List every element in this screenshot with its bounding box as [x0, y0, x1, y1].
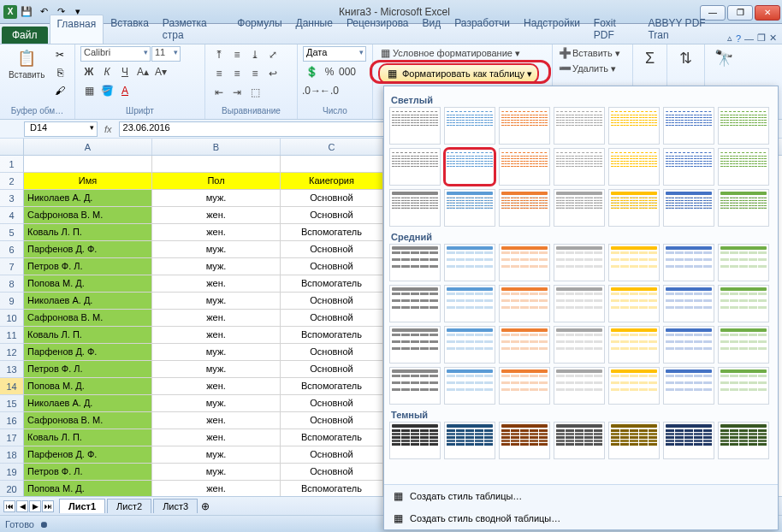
italic-button[interactable]: К: [98, 63, 116, 80]
doc-max-icon[interactable]: ❐: [757, 33, 766, 44]
ribbon-tab-8[interactable]: Надстройки: [517, 15, 587, 44]
table-style-thumb[interactable]: [389, 285, 441, 322]
table-style-thumb[interactable]: [608, 326, 660, 364]
cell[interactable]: Парфенов Д. Ф.: [24, 344, 152, 361]
table-style-thumb[interactable]: [444, 189, 495, 227]
table-style-thumb[interactable]: [499, 285, 550, 322]
ribbon-tab-4[interactable]: Данные: [289, 15, 340, 44]
ribbon-minimize-icon[interactable]: ▵: [727, 33, 732, 44]
cell[interactable]: муж.: [152, 241, 281, 258]
percent-icon[interactable]: %: [321, 63, 338, 80]
new-pivot-style[interactable]: ▦ Создать стиль сводной таблицы…: [384, 507, 778, 529]
align-left-icon[interactable]: ≡: [210, 65, 228, 82]
cell[interactable]: Николаев А. Д.: [24, 293, 152, 310]
cell[interactable]: Попова М. Д.: [24, 378, 152, 395]
row-header[interactable]: 11: [0, 327, 24, 344]
delete-cells-button[interactable]: ➖ Удалить ▾: [558, 62, 616, 75]
table-style-thumb[interactable]: [499, 422, 550, 459]
row-header[interactable]: 19: [0, 464, 24, 481]
table-style-thumb[interactable]: [389, 107, 441, 145]
row-header[interactable]: 10: [0, 310, 24, 327]
cell[interactable]: Попова М. Д.: [24, 481, 152, 496]
cell[interactable]: Основной: [281, 412, 383, 429]
cell[interactable]: Коваль Л. П.: [24, 429, 152, 446]
cell[interactable]: Коваль Л. П.: [24, 224, 152, 241]
cell[interactable]: жен.: [152, 429, 281, 446]
table-style-thumb[interactable]: [663, 107, 714, 145]
table-style-thumb[interactable]: [389, 244, 441, 281]
table-style-thumb[interactable]: [389, 189, 441, 227]
row-header[interactable]: 18: [0, 446, 24, 464]
table-style-thumb[interactable]: [718, 107, 769, 145]
cell[interactable]: жен.: [152, 224, 281, 241]
table-style-thumb[interactable]: [554, 326, 605, 364]
cell[interactable]: Попова М. Д.: [24, 275, 152, 293]
table-style-thumb[interactable]: [608, 244, 660, 281]
table-style-thumb[interactable]: [444, 367, 495, 405]
cell[interactable]: Основной: [281, 464, 383, 481]
table-style-thumb[interactable]: [499, 107, 550, 145]
cell[interactable]: Петров Ф. Л.: [24, 361, 152, 378]
autosum-button[interactable]: Σ: [638, 46, 661, 70]
align-right-icon[interactable]: ≡: [246, 65, 264, 82]
align-center-icon[interactable]: ≡: [228, 65, 246, 82]
comma-icon[interactable]: 000: [339, 63, 356, 80]
sheet-tab[interactable]: Лист2: [107, 499, 151, 513]
tab-nav-last[interactable]: ⏭: [42, 500, 54, 512]
cell[interactable]: жен.: [152, 481, 281, 496]
table-style-thumb[interactable]: [608, 422, 660, 459]
conditional-format-button[interactable]: ▦ Условное форматирование ▾: [378, 46, 520, 60]
font-shrink-icon[interactable]: A▾: [152, 63, 169, 80]
table-style-thumb[interactable]: [444, 326, 495, 364]
cell[interactable]: Основной: [281, 395, 383, 412]
sheet-tab[interactable]: Лист1: [59, 499, 105, 513]
cell[interactable]: жен.: [152, 275, 281, 293]
sheet-tab[interactable]: Лист3: [153, 499, 198, 513]
table-style-thumb[interactable]: [554, 189, 605, 227]
cell[interactable]: Вспомогатель: [281, 481, 383, 496]
cell[interactable]: Основной: [281, 190, 383, 207]
table-style-thumb[interactable]: [718, 285, 769, 322]
table-style-thumb[interactable]: [389, 148, 441, 186]
cell[interactable]: жен.: [152, 327, 281, 344]
borders-icon[interactable]: ▦: [80, 82, 98, 99]
align-middle-icon[interactable]: ≡: [228, 46, 246, 63]
paste-button[interactable]: 📋 Вставить: [5, 46, 48, 81]
doc-min-icon[interactable]: —: [744, 33, 754, 44]
table-style-thumb[interactable]: [499, 367, 550, 405]
cell[interactable]: Основной: [281, 446, 383, 464]
cell[interactable]: Вспомогатель: [281, 224, 383, 241]
new-table-style[interactable]: ▦ Создать стиль таблицы…: [384, 485, 778, 507]
cell[interactable]: муж.: [152, 446, 281, 464]
table-style-thumb[interactable]: [499, 189, 550, 227]
cell[interactable]: муж.: [152, 258, 281, 275]
merge-icon[interactable]: ⬚: [246, 84, 264, 101]
cell[interactable]: Вспомогатель: [281, 327, 383, 344]
ribbon-tab-7[interactable]: Разработчи: [447, 15, 517, 44]
maximize-button[interactable]: ❐: [727, 5, 753, 21]
cell[interactable]: Парфенов Д. Ф.: [24, 241, 152, 258]
table-style-thumb[interactable]: [389, 367, 441, 405]
cell[interactable]: жен.: [152, 310, 281, 327]
ribbon-tab-6[interactable]: Вид: [416, 15, 448, 44]
row-header[interactable]: 1: [0, 156, 24, 173]
header-cell[interactable]: Имя: [24, 173, 152, 190]
row-header[interactable]: 12: [0, 344, 24, 361]
underline-button[interactable]: Ч: [116, 63, 133, 80]
format-as-table-button[interactable]: ▦ Форматировать как таблицу ▾: [378, 63, 539, 84]
table-style-thumb[interactable]: [444, 422, 495, 459]
table-style-thumb[interactable]: [554, 367, 605, 405]
ribbon-tab-5[interactable]: Рецензирова: [340, 15, 416, 44]
font-grow-icon[interactable]: A▴: [134, 63, 151, 80]
align-top-icon[interactable]: ⤒: [210, 46, 228, 63]
table-style-thumb[interactable]: [499, 244, 550, 281]
cell[interactable]: жен.: [152, 207, 281, 224]
cell[interactable]: Коваль Л. П.: [24, 327, 152, 344]
cell[interactable]: Основной: [281, 258, 383, 275]
cell[interactable]: Сафронова В. М.: [24, 310, 152, 327]
table-style-thumb[interactable]: [663, 422, 714, 459]
tab-nav-prev[interactable]: ◀: [16, 500, 28, 512]
cut-icon[interactable]: ✂: [51, 46, 68, 63]
header-cell[interactable]: Каиегория: [281, 173, 383, 190]
find-button[interactable]: 🔭: [710, 46, 738, 70]
